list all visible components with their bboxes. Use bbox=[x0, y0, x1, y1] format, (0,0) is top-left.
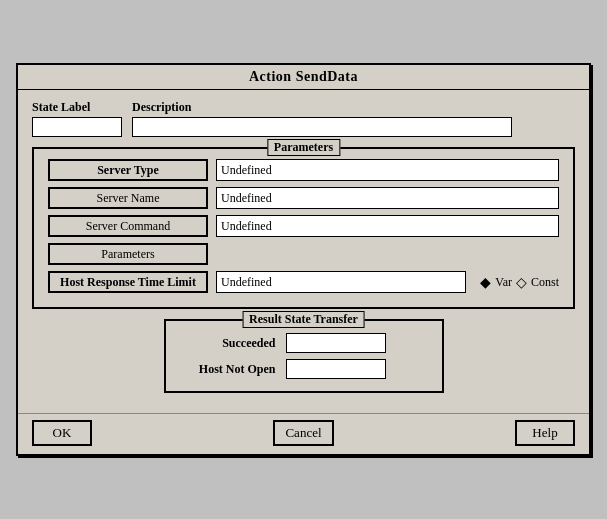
window-title: Action SendData bbox=[249, 69, 358, 84]
server-type-value: Undefined bbox=[216, 159, 559, 181]
param-row-server-name: Server Name Undefined bbox=[48, 187, 559, 209]
param-row-parameters: Parameters bbox=[48, 243, 559, 265]
param-row-server-type: Server Type Undefined bbox=[48, 159, 559, 181]
description-group: Description bbox=[132, 100, 512, 137]
help-button[interactable]: Help bbox=[515, 420, 575, 446]
description-input[interactable] bbox=[132, 117, 512, 137]
succeeded-input[interactable] bbox=[286, 333, 386, 353]
state-label-label: State Label bbox=[32, 100, 122, 115]
host-response-button[interactable]: Host Response Time Limit bbox=[48, 271, 208, 293]
result-state-title: Result State Transfer bbox=[242, 311, 365, 328]
server-name-button[interactable]: Server Name bbox=[48, 187, 208, 209]
state-label-group: State Label bbox=[32, 100, 122, 137]
var-const-options: ◆ Var ◇ Const bbox=[480, 274, 559, 291]
server-name-value: Undefined bbox=[216, 187, 559, 209]
result-row-host-not-open: Host Not Open bbox=[186, 359, 422, 379]
result-row-succeeded: Succeeded bbox=[186, 333, 422, 353]
server-command-value: Undefined bbox=[216, 215, 559, 237]
cancel-button[interactable]: Cancel bbox=[273, 420, 333, 446]
param-row-server-command: Server Command Undefined bbox=[48, 215, 559, 237]
host-response-value: Undefined bbox=[216, 271, 466, 293]
server-command-button[interactable]: Server Command bbox=[48, 215, 208, 237]
const-radio-label[interactable]: Const bbox=[531, 275, 559, 290]
var-diamond-icon: ◆ bbox=[480, 274, 491, 291]
host-not-open-input[interactable] bbox=[286, 359, 386, 379]
bottom-buttons-row: OK Cancel Help bbox=[18, 413, 589, 454]
parameters-button[interactable]: Parameters bbox=[48, 243, 208, 265]
result-state-group: Result State Transfer Succeeded Host Not… bbox=[164, 319, 444, 393]
description-label: Description bbox=[132, 100, 512, 115]
host-not-open-label: Host Not Open bbox=[186, 362, 276, 377]
state-label-input[interactable] bbox=[32, 117, 122, 137]
main-window: Action SendData State Label Description … bbox=[16, 63, 591, 456]
ok-button[interactable]: OK bbox=[32, 420, 92, 446]
title-bar: Action SendData bbox=[18, 65, 589, 90]
parameters-empty bbox=[216, 243, 559, 265]
var-radio-label[interactable]: Var bbox=[495, 275, 512, 290]
window-content: State Label Description Parameters Serve… bbox=[18, 90, 589, 413]
parameters-group-title: Parameters bbox=[267, 139, 340, 156]
top-fields-row: State Label Description bbox=[32, 100, 575, 137]
param-row-host-response: Host Response Time Limit Undefined ◆ Var… bbox=[48, 271, 559, 293]
server-type-button[interactable]: Server Type bbox=[48, 159, 208, 181]
result-state-section: Result State Transfer Succeeded Host Not… bbox=[32, 319, 575, 393]
const-diamond-icon: ◇ bbox=[516, 274, 527, 291]
succeeded-label: Succeeded bbox=[186, 336, 276, 351]
parameters-group: Parameters Server Type Undefined Server … bbox=[32, 147, 575, 309]
